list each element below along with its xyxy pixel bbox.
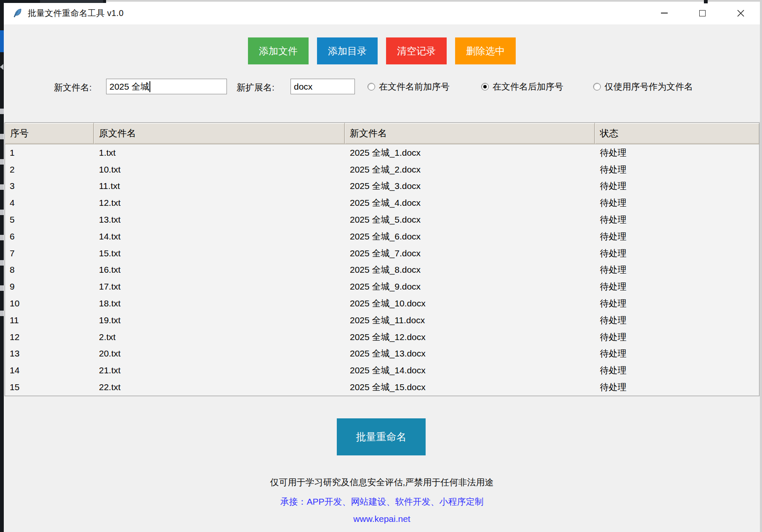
header-newname[interactable]: 新文件名	[345, 123, 595, 144]
cell-newname: 2025 全城_6.docx	[345, 231, 595, 242]
header-original[interactable]: 原文件名	[94, 123, 345, 144]
header-index[interactable]: 序号	[5, 123, 94, 144]
rename-options-row: 新文件名: 2025 全城 新扩展名: docx 在文件名前加序号 在文件名后加…	[4, 78, 760, 96]
table-row[interactable]: 12 2.txt 2025 全城_12.docx 待处理	[5, 329, 759, 346]
cell-index: 1	[5, 148, 94, 158]
new-filename-label: 新文件名:	[54, 82, 92, 93]
cell-newname: 2025 全城_11.docx	[345, 314, 595, 326]
cell-index: 8	[5, 265, 94, 275]
cell-original: 14.txt	[94, 231, 345, 242]
cell-status: 待处理	[595, 247, 759, 259]
services-link[interactable]: 承接：APP开发、网站建设、软件开发、小程序定制	[4, 496, 760, 508]
radio-icon	[481, 83, 489, 90]
cell-index: 7	[5, 248, 94, 258]
file-table: 序号 原文件名 新文件名 状态 1 1.txt 2025 全城_1.docx 待…	[5, 122, 759, 396]
window-title: 批量文件重命名工具 v1.0	[28, 8, 124, 19]
background-window-sliver-left	[0, 0, 4, 532]
cell-original: 1.txt	[94, 148, 345, 158]
cell-original: 20.txt	[94, 348, 345, 359]
table-row[interactable]: 10 18.txt 2025 全城_10.docx 待处理	[5, 295, 759, 312]
minimize-button[interactable]	[645, 2, 683, 24]
radio-prefix-number[interactable]: 在文件名前加序号	[368, 81, 450, 93]
cell-status: 待处理	[595, 281, 759, 293]
clear-records-button[interactable]: 清空记录	[386, 37, 447, 64]
cell-newname: 2025 全城_1.docx	[345, 147, 595, 159]
cell-original: 15.txt	[94, 248, 345, 258]
cell-original: 10.txt	[94, 165, 345, 175]
cell-original: 2.txt	[94, 332, 345, 342]
toolbar: 添加文件 添加目录 清空记录 删除选中	[4, 37, 760, 64]
minimize-icon	[661, 13, 668, 13]
cell-status: 待处理	[595, 180, 759, 192]
new-filename-input[interactable]: 2025 全城	[106, 79, 227, 94]
titlebar: 批量文件重命名工具 v1.0	[4, 2, 760, 24]
cell-status: 待处理	[595, 381, 759, 393]
python-feather-icon	[12, 8, 22, 18]
cell-newname: 2025 全城_2.docx	[345, 164, 595, 176]
cell-status: 待处理	[595, 164, 759, 176]
table-row[interactable]: 15 22.txt 2025 全城_15.docx 待处理	[5, 379, 759, 396]
table-row[interactable]: 13 20.txt 2025 全城_13.docx 待处理	[5, 346, 759, 362]
radio-number-only-label: 仅使用序号作为文件名	[605, 81, 693, 93]
cell-index: 14	[5, 365, 94, 375]
table-row[interactable]: 11 19.txt 2025 全城_11.docx 待处理	[5, 312, 759, 329]
cell-status: 待处理	[595, 298, 759, 309]
header-status[interactable]: 状态	[595, 123, 759, 144]
table-row[interactable]: 8 16.txt 2025 全城_8.docx 待处理	[5, 262, 759, 279]
table-row[interactable]: 3 11.txt 2025 全城_3.docx 待处理	[5, 178, 759, 195]
cell-original: 18.txt	[94, 298, 345, 309]
cell-index: 3	[5, 181, 94, 191]
radio-icon	[368, 83, 375, 90]
cell-status: 待处理	[595, 231, 759, 242]
table-header-row: 序号 原文件名 新文件名 状态	[5, 123, 759, 144]
text-cursor	[149, 81, 151, 92]
new-extension-input[interactable]: docx	[290, 79, 355, 94]
app-window: 批量文件重命名工具 v1.0 添加文件 添加目录 清空记录 删除选中	[4, 0, 762, 532]
table-row[interactable]: 1 1.txt 2025 全城_1.docx 待处理	[5, 144, 759, 161]
table-row[interactable]: 4 12.txt 2025 全城_4.docx 待处理	[5, 194, 759, 211]
cell-index: 10	[5, 298, 94, 309]
cell-newname: 2025 全城_3.docx	[345, 180, 595, 192]
batch-rename-button[interactable]: 批量重命名	[337, 418, 426, 455]
radio-suffix-number-label: 在文件名后加序号	[493, 81, 563, 93]
cell-index: 9	[5, 282, 94, 292]
cell-status: 待处理	[595, 331, 759, 343]
cell-status: 待处理	[595, 264, 759, 276]
website-link[interactable]: www.kepai.net	[4, 514, 760, 524]
close-icon	[737, 9, 745, 17]
radio-number-only[interactable]: 仅使用序号作为文件名	[593, 81, 693, 93]
maximize-button[interactable]	[683, 2, 722, 24]
cell-newname: 2025 全城_4.docx	[345, 197, 595, 209]
table-row[interactable]: 5 13.txt 2025 全城_5.docx 待处理	[5, 211, 759, 228]
cell-index: 13	[5, 348, 94, 359]
table-body: 1 1.txt 2025 全城_1.docx 待处理 2 10.txt 2025…	[5, 144, 759, 396]
table-row[interactable]: 9 17.txt 2025 全城_9.docx 待处理	[5, 278, 759, 295]
cell-index: 4	[5, 198, 94, 208]
background-sliver-top-notch	[704, 0, 708, 3]
close-button[interactable]	[722, 2, 760, 24]
add-files-button[interactable]: 添加文件	[248, 37, 309, 64]
cell-status: 待处理	[595, 147, 759, 159]
cell-status: 待处理	[595, 364, 759, 376]
cell-original: 11.txt	[94, 181, 345, 191]
new-filename-value: 2025 全城	[109, 81, 149, 93]
radio-suffix-number[interactable]: 在文件名后加序号	[481, 81, 563, 93]
cell-index: 12	[5, 332, 94, 342]
add-directory-button[interactable]: 添加目录	[317, 37, 378, 64]
cell-newname: 2025 全城_13.docx	[345, 348, 595, 359]
screen: 批量文件重命名工具 v1.0 添加文件 添加目录 清空记录 删除选中	[0, 0, 762, 532]
cell-newname: 2025 全城_14.docx	[345, 364, 595, 376]
table-row[interactable]: 6 14.txt 2025 全城_6.docx 待处理	[5, 228, 759, 245]
delete-selected-button[interactable]: 删除选中	[455, 37, 516, 64]
cell-newname: 2025 全城_5.docx	[345, 214, 595, 226]
table-row[interactable]: 2 10.txt 2025 全城_2.docx 待处理	[5, 161, 759, 178]
radio-icon	[593, 83, 601, 90]
table-row[interactable]: 14 21.txt 2025 全城_14.docx 待处理	[5, 362, 759, 379]
background-sliver-text-fragments	[0, 109, 4, 324]
table-row[interactable]: 7 15.txt 2025 全城_7.docx 待处理	[5, 245, 759, 262]
cell-status: 待处理	[595, 314, 759, 326]
background-sliver-chevron	[0, 64, 3, 70]
cell-newname: 2025 全城_12.docx	[345, 331, 595, 343]
cell-status: 待处理	[595, 197, 759, 209]
new-extension-label: 新扩展名:	[237, 82, 274, 93]
